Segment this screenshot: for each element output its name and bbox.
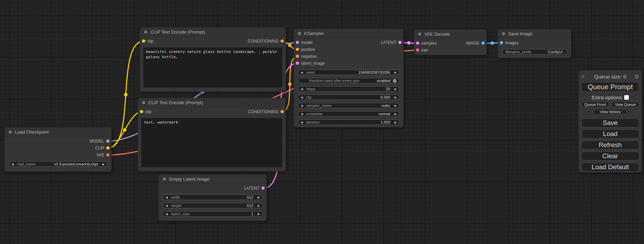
- view-queue-button[interactable]: View Queue: [611, 102, 639, 107]
- node-title-bar[interactable]: VAE Decode: [414, 29, 487, 39]
- node-graph-canvas[interactable]: Load CheckpointMODELCLIPVAE◀ckpt_namev1-…: [0, 0, 644, 244]
- increment-arrow-icon[interactable]: ▶: [392, 71, 397, 74]
- decrement-arrow-icon[interactable]: ◀: [301, 112, 306, 116]
- latent_image-input-port[interactable]: [296, 62, 299, 65]
- output-slot-label: CONDITIONING: [248, 39, 279, 44]
- refresh-button[interactable]: Refresh: [581, 141, 639, 150]
- images-input-port[interactable]: [500, 41, 503, 44]
- widget-width[interactable]: ◀width512▶: [163, 195, 263, 200]
- extra-options-checkbox[interactable]: [624, 95, 629, 100]
- decrement-arrow-icon[interactable]: ◀: [11, 163, 16, 166]
- negative-input-port[interactable]: [296, 55, 299, 58]
- widget-cfg[interactable]: ◀cfg8.000▶: [298, 94, 399, 100]
- node-empty-latent-image[interactable]: Empty Latent ImageLATENT◀width512▶◀heigh…: [159, 174, 267, 221]
- widget-label: filename_prefix: [505, 50, 531, 54]
- decrement-arrow-icon[interactable]: ◀: [301, 71, 306, 74]
- decrement-arrow-icon[interactable]: ◀: [301, 88, 306, 91]
- widget-height[interactable]: ◀height512▶: [163, 203, 263, 208]
- widget-label: ckpt_name: [17, 162, 36, 166]
- node-title-bar[interactable]: KSampler: [294, 29, 404, 38]
- widget-label: seed: [306, 70, 315, 74]
- widget-scheduler[interactable]: ◀schedulernormal▶: [298, 111, 399, 117]
- decrement-arrow-icon[interactable]: ◀: [301, 96, 306, 99]
- view-history-button[interactable]: View History: [594, 109, 627, 115]
- increment-arrow-icon[interactable]: ▶: [392, 104, 397, 107]
- widget-batch_size[interactable]: ◀batch_size1▶: [163, 211, 263, 217]
- queue-prompt-button[interactable]: Queue Prompt: [581, 82, 639, 92]
- widget-ckpt_name[interactable]: ◀ckpt_namev1-5-pruned-emaonly.ckpt▶: [9, 161, 107, 167]
- widget-value: v1-5-pruned-emaonly.ckpt: [54, 162, 100, 166]
- widget-value: 1: [251, 212, 255, 216]
- output-slot-label: MODEL: [89, 139, 104, 144]
- samples-input-port[interactable]: [416, 42, 419, 45]
- node-title-bar[interactable]: Save Image: [498, 29, 571, 38]
- widget-value: 512: [247, 195, 255, 199]
- prompt-textarea[interactable]: text, watermark: [141, 118, 282, 167]
- CONDITIONING-output-port[interactable]: [281, 39, 284, 43]
- widget-steps[interactable]: ◀steps20▶: [298, 86, 399, 92]
- increment-arrow-icon[interactable]: ▶: [392, 112, 397, 116]
- widget-Random seed after every gen[interactable]: Random seed after every genenabled: [298, 78, 399, 83]
- node-vae-decode[interactable]: VAE DecodesamplesIMAGEvae: [414, 29, 487, 55]
- vae-input-port[interactable]: [416, 48, 419, 52]
- decrement-arrow-icon[interactable]: ◀: [301, 104, 306, 107]
- widget-filename_prefix[interactable]: filename_prefixComfyUI: [502, 49, 567, 55]
- increment-arrow-icon[interactable]: ▶: [255, 213, 260, 216]
- decrement-arrow-icon[interactable]: ◀: [166, 196, 170, 199]
- save-button[interactable]: Save: [581, 118, 639, 127]
- clip-input-port[interactable]: [142, 39, 145, 43]
- decrement-arrow-icon[interactable]: ◀: [166, 213, 170, 216]
- node-ksampler[interactable]: KSamplermodelLATENTpositivenegativelaten…: [294, 29, 404, 127]
- LATENT-output-port[interactable]: [398, 41, 402, 44]
- CLIP-output-port[interactable]: [106, 146, 109, 150]
- output-slot-label: LATENT: [381, 40, 396, 45]
- positive-input-port[interactable]: [296, 48, 299, 51]
- output-slot-label: CONDITIONING: [248, 109, 279, 114]
- node-title-text: KSampler: [304, 31, 324, 36]
- input-slot-label: model: [301, 40, 312, 45]
- node-title-bar[interactable]: CLIP Text Encode (Prompt): [138, 98, 286, 107]
- clip-input-port[interactable]: [140, 110, 143, 113]
- node-title-bar[interactable]: CLIP Text Encode (Prompt): [140, 27, 286, 37]
- increment-arrow-icon[interactable]: ▶: [255, 196, 260, 199]
- increment-arrow-icon[interactable]: ▶: [392, 121, 397, 124]
- clear-button[interactable]: Clear: [581, 152, 639, 161]
- node-title-bar[interactable]: Load Checkpoint: [5, 127, 112, 137]
- VAE-output-port[interactable]: [106, 153, 109, 156]
- widget-sampler_name[interactable]: ◀sampler_nameeuler▶: [298, 103, 399, 108]
- toggle-indicator-icon[interactable]: [393, 79, 397, 83]
- CONDITIONING-output-port[interactable]: [281, 110, 284, 113]
- drag-handle-icon[interactable]: ⠿: [581, 74, 588, 79]
- node-clip-text-encode-positive[interactable]: CLIP Text Encode (Prompt)clipCONDITIONIN…: [140, 27, 286, 92]
- queue-front-button[interactable]: Queue Front: [581, 102, 609, 107]
- widget-label: sampler_name: [306, 103, 332, 108]
- node-status-dot: [163, 178, 166, 181]
- decrement-arrow-icon[interactable]: ◀: [166, 204, 170, 207]
- output-slot-label: CLIP: [95, 146, 104, 151]
- increment-arrow-icon[interactable]: ▶: [100, 163, 105, 166]
- node-title-text: Load Checkpoint: [15, 129, 49, 135]
- prompt-textarea[interactable]: beautiful scenery nature glass bottle la…: [143, 47, 282, 88]
- increment-arrow-icon[interactable]: ▶: [392, 88, 397, 91]
- input-slot-label: clip: [147, 39, 153, 44]
- input-slot-label: positive: [301, 47, 315, 52]
- widget-label: width: [171, 195, 180, 199]
- node-clip-text-encode-negative[interactable]: CLIP Text Encode (Prompt)clipCONDITIONIN…: [138, 98, 286, 171]
- node-title-bar[interactable]: Empty Latent Image: [159, 174, 267, 184]
- widget-denoise[interactable]: ◀denoise1.000▶: [298, 119, 399, 125]
- increment-arrow-icon[interactable]: ▶: [255, 204, 260, 207]
- LATENT-output-port[interactable]: [262, 187, 265, 190]
- IMAGE-output-port[interactable]: [482, 42, 485, 45]
- input-slot-label: latent_image: [301, 61, 325, 66]
- widget-seed[interactable]: ◀seed156680208700286▶: [298, 70, 399, 75]
- load-default-button[interactable]: Load Default: [581, 163, 639, 172]
- MODEL-output-port[interactable]: [106, 139, 109, 143]
- model-input-port[interactable]: [296, 41, 299, 44]
- widget-label: scheduler: [306, 112, 323, 116]
- node-save-image[interactable]: Save Imageimagesfilename_prefixComfyUI: [498, 29, 571, 58]
- settings-gear-icon[interactable]: ⚙: [633, 73, 639, 80]
- increment-arrow-icon[interactable]: ▶: [392, 96, 397, 99]
- node-load-checkpoint[interactable]: Load CheckpointMODELCLIPVAE◀ckpt_namev1-…: [5, 127, 112, 172]
- decrement-arrow-icon[interactable]: ◀: [301, 121, 306, 124]
- load-button[interactable]: Load: [581, 129, 639, 138]
